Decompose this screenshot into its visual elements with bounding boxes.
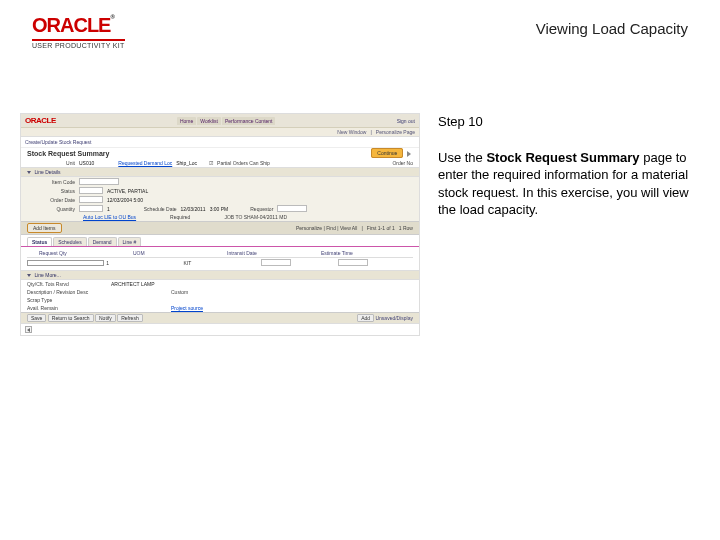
mini-line-details-header[interactable]: Line Details bbox=[21, 167, 419, 177]
embedded-screenshot: ORACLE Home Worklist Performance Content… bbox=[20, 113, 420, 336]
mini-tabstrip[interactable]: Status Schedules Demand Line # bbox=[21, 235, 419, 247]
mini-item-code-input[interactable] bbox=[79, 178, 119, 185]
chevron-down-icon bbox=[27, 171, 31, 174]
mini-prev-caret[interactable] bbox=[25, 326, 32, 333]
mini-breadcrumb: Create/Update Stock Request bbox=[21, 137, 419, 148]
mini-line-more[interactable]: Line More... bbox=[21, 270, 419, 280]
oracle-upk-logo: ORACLE® USER PRODUCTIVITY KIT bbox=[32, 14, 125, 49]
mini-subbar: New Window|Personalize Page bbox=[21, 128, 419, 137]
mini-table-row[interactable]: 1 KIT bbox=[27, 258, 413, 268]
mini-footer-bar: Save Return to Search Notify Refresh Add… bbox=[21, 312, 419, 323]
mini-table-header: Request Qty UOM Intransit Date Estimate … bbox=[27, 249, 413, 258]
mini-continue-button[interactable]: Continue bbox=[371, 148, 403, 158]
mini-top-nav: Home Worklist Performance Content bbox=[177, 117, 276, 125]
step-label: Step 10 bbox=[438, 113, 698, 131]
instruction-text: Use the Stock Request Summary page to en… bbox=[438, 149, 698, 219]
mini-return-button[interactable]: Return to Search bbox=[48, 314, 94, 322]
mini-notify-button[interactable]: Notify bbox=[95, 314, 116, 322]
mini-row-checkbox[interactable] bbox=[27, 260, 104, 266]
mini-sign-out[interactable]: Sign out bbox=[397, 118, 415, 124]
page-title: Viewing Load Capacity bbox=[536, 14, 688, 37]
mini-save-button[interactable]: Save bbox=[27, 314, 46, 322]
oracle-wordmark: ORACLE® bbox=[32, 14, 125, 37]
mini-oracle-logo: ORACLE bbox=[25, 116, 56, 125]
arrow-icon bbox=[407, 151, 411, 157]
mini-add-items-button[interactable]: Add Items bbox=[27, 223, 62, 233]
mini-refresh-button[interactable]: Refresh bbox=[117, 314, 143, 322]
logo-subtitle: USER PRODUCTIVITY KIT bbox=[32, 39, 125, 49]
chevron-down-icon bbox=[27, 274, 31, 277]
instruction-panel: Step 10 Use the Stock Request Summary pa… bbox=[438, 113, 698, 336]
mini-add-button[interactable]: Add bbox=[357, 314, 374, 322]
mini-section-title: Stock Request Summary bbox=[27, 150, 109, 157]
